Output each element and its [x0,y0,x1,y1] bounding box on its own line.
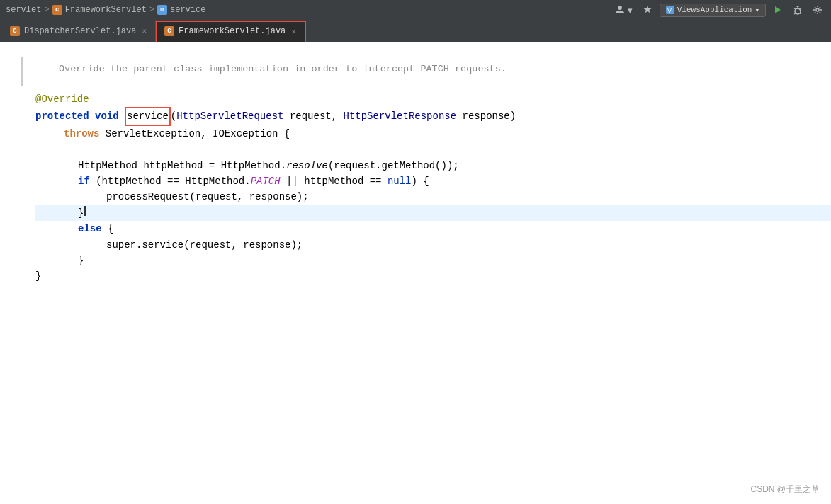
user-icon [614,5,626,15]
line-throws: throws ServletException, IOException { [35,126,831,142]
tab-icon-framework: C [164,26,174,36]
tab-label-framework: FrameworkServlet.java [179,26,286,36]
breadcrumb-bar: servlet > c FrameworkServlet > m service… [0,0,831,20]
line-process-request: processRequest(request, response); [35,189,831,205]
run-config-label: ViewsApplication [677,6,752,14]
settings-icon [813,5,822,15]
toolbar-right: ▾ V ViewsApplication ▾ [611,4,825,17]
line-super-service: super.service(request, response); [35,237,831,253]
param-type-request: HttpServletRequest [176,108,283,124]
run-button[interactable] [770,4,786,16]
tab-label-dispatcher: DispatcherServlet.java [24,26,136,36]
method-service-highlighted: service [125,107,171,125]
svg-point-4 [816,8,819,11]
breadcrumb-c-icon-1: c [52,5,62,15]
tab-dispatcher-servlet[interactable]: C DispatcherServlet.java ✕ [3,20,156,42]
svg-marker-2 [775,6,781,13]
tab-icon-dispatcher: C [10,26,20,36]
svg-text:V: V [667,7,672,14]
code-editor[interactable]: Override the parent class implementation… [0,42,831,504]
run-icon [773,5,783,15]
breadcrumb-framework[interactable]: c FrameworkServlet [52,5,147,15]
line-empty-1 [35,142,831,157]
annotation-override: @Override [35,91,89,107]
debug-button[interactable] [790,4,805,16]
tab-framework-servlet[interactable]: C FrameworkServlet.java ✕ [156,21,306,42]
kw-throws: throws [64,126,106,142]
kw-else: else [78,221,108,236]
vcs-button[interactable] [640,4,655,16]
editor-area: Override the parent class implementation… [0,42,831,504]
breadcrumb-sep-2: > [149,5,154,15]
settings-button[interactable] [810,4,825,16]
resolve-method: resolve [286,158,328,173]
param-type-response: HttpServletResponse [344,108,457,124]
line-if: if (httpMethod == HttpMethod. PATCH || h… [35,173,831,189]
tab-bar: C DispatcherServlet.java ✕ C FrameworkSe… [0,20,831,42]
line-override: @Override [35,91,831,107]
run-config-selector[interactable]: V ViewsApplication ▾ [660,4,766,17]
vcs-icon [643,5,652,15]
doc-comment-text: Override the parent class implementation… [59,64,507,74]
sig-open-paren: ( [171,108,176,124]
kw-null: null [388,173,412,189]
app-icon: V [666,6,674,14]
kw-void: void [95,108,125,124]
tab-close-framework[interactable]: ✕ [290,27,298,36]
line-close-else: } [35,253,831,268]
breadcrumb-servlet-text: servlet [6,5,41,15]
tab-close-dispatcher[interactable]: ✕ [140,26,148,35]
line-close-method: } [35,268,831,284]
breadcrumb-servlet[interactable]: servlet [6,5,41,15]
code-block: @Override protected void service ( HttpS… [0,91,831,285]
breadcrumb-framework-text: FrameworkServlet [65,5,147,15]
svg-point-3 [795,8,801,14]
line-method-sig: protected void service ( HttpServletRequ… [35,107,831,125]
line-else: else { [35,221,831,236]
user-dropdown-arrow: ▾ [628,5,633,16]
user-button[interactable]: ▾ [611,4,635,17]
breadcrumb-m-icon: m [157,5,167,15]
run-config-arrow: ▾ [754,6,759,15]
breadcrumb-method[interactable]: m service [157,5,205,15]
debug-icon [793,5,803,15]
patch-const: PATCH [251,173,281,189]
watermark: CSDN @千里之草 [750,483,820,496]
doc-comment: Override the parent class implementation… [21,57,831,86]
breadcrumb-method-text: service [170,5,205,15]
line-close-brace-1: } [35,205,831,221]
kw-protected: protected [35,108,95,124]
line-httpmethod: HttpMethod httpMethod = HttpMethod. reso… [35,158,831,173]
breadcrumb-sep-1: > [44,5,49,15]
kw-if: if [78,173,96,189]
